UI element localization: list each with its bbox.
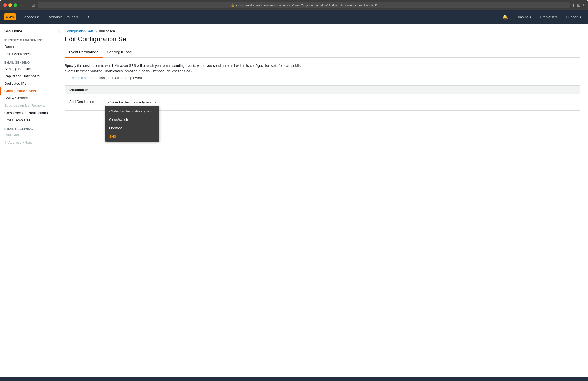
account-menu[interactable]: Rias.be ▾ <box>514 14 534 20</box>
dropdown-option-firehose[interactable]: Firehose <box>105 124 159 132</box>
domains-label: Domains <box>4 45 18 49</box>
dropdown-arrow-icon: ▾ <box>155 100 157 104</box>
option-firehose-text: Firehose <box>109 126 123 130</box>
account-label: Rias.be <box>517 15 528 19</box>
option-placeholder-text: <Select a destination type> <box>109 109 152 113</box>
dropdown-option-cloudwatch[interactable]: CloudWatch <box>105 115 159 124</box>
services-menu[interactable]: Services ▾ <box>20 14 41 20</box>
smtp-settings-label: SMTP Settings <box>4 96 28 100</box>
reload-icon: ↻ <box>374 3 377 7</box>
dropdown-menu: <Select a destination type> CloudWatch F… <box>105 106 159 142</box>
region-chevron-icon: ▾ <box>555 15 557 19</box>
breadcrumb-link[interactable]: Configuration Sets <box>65 29 94 33</box>
services-label: Services <box>22 15 36 19</box>
browser-navigation: ‹ › <box>20 2 28 8</box>
description-text: Specify the destination to which Amazon … <box>65 64 302 73</box>
browser-actions: ⬆ ⊞ + <box>572 3 585 7</box>
sending-statistics-label: Sending Statistics <box>4 67 32 71</box>
account-chevron-icon: ▾ <box>530 15 531 19</box>
destination-body: Add Destination <Select a destination ty… <box>65 94 580 110</box>
breadcrumb-separator: > <box>95 29 98 33</box>
sidebar-item-dedicated-ips[interactable]: Dedicated IPs <box>0 80 57 87</box>
email-receiving-section: Email Receiving <box>0 124 57 131</box>
sidebar-item-sending-statistics[interactable]: Sending Statistics <box>0 65 57 73</box>
sidebar-item-smtp-settings[interactable]: SMTP Settings <box>0 95 57 102</box>
footer: 💬 Feedback 🌐 English (US) © 2008 - 2019,… <box>0 377 588 381</box>
breadcrumb: Configuration Sets > mailcoach <box>65 29 580 33</box>
address-bar[interactable]: 🔒 eu-central-1.console.aws.amazon.com/se… <box>38 2 569 8</box>
learn-more-paragraph: Learn more about publishing email sendin… <box>65 76 580 80</box>
services-chevron-icon: ▾ <box>37 15 39 19</box>
dropdown-trigger[interactable]: <Select a destination type> ▾ <box>105 99 159 106</box>
add-tab-button[interactable]: ⊞ <box>577 3 580 7</box>
browser-chrome: ‹ › ⊞ 🔒 eu-central-1.console.aws.amazon.… <box>0 0 588 10</box>
cross-account-label: Cross-Account Notifications <box>4 111 48 115</box>
sidebar-item-cross-account[interactable]: Cross-Account Notifications <box>0 109 57 116</box>
main-content: ‹ Configuration Sets > mailcoach Edit Co… <box>57 24 588 377</box>
page-description: Specify the destination to which Amazon … <box>65 63 309 74</box>
learn-more-link[interactable]: Learn more <box>65 76 83 80</box>
maximize-button[interactable] <box>14 3 17 7</box>
configuration-sets-label: Configuration Sets <box>4 89 36 93</box>
sidebar-item-email-addresses[interactable]: Email Addresses <box>0 50 57 58</box>
option-sns-text: SNS <box>109 134 116 138</box>
tabs-container: Event Destinations Sending IP pool <box>65 47 580 58</box>
sidebar: SES Home Identity Management Domains Ema… <box>0 24 57 377</box>
dropdown-option-placeholder[interactable]: <Select a destination type> <box>105 107 159 115</box>
email-templates-label: Email Templates <box>4 118 30 122</box>
sidebar-toggle-button[interactable]: ‹ <box>57 29 60 34</box>
aws-navbar: aws Services ▾ Resource Groups ▾ ✦ 🔔 Ria… <box>0 10 588 24</box>
sidebar-item-suppression-list: Suppression List Removal <box>0 102 57 109</box>
back-button[interactable]: ‹ <box>20 2 24 8</box>
window-controls <box>3 3 17 7</box>
aws-logo[interactable]: aws <box>4 13 16 20</box>
tab-event-destinations-label: Event Destinations <box>69 50 98 54</box>
share-button[interactable]: ⬆ <box>572 3 575 7</box>
minimize-button[interactable] <box>8 3 12 7</box>
resource-groups-menu[interactable]: Resource Groups ▾ <box>45 14 80 20</box>
sidebar-item-domains[interactable]: Domains <box>0 43 57 50</box>
destination-header: Destination <box>65 86 580 94</box>
sidebar-item-configuration-sets[interactable]: Configuration Sets <box>0 87 57 95</box>
main-layout: SES Home Identity Management Domains Ema… <box>0 24 588 377</box>
sidebar-item-ses-home[interactable]: SES Home <box>0 27 57 35</box>
support-label: Support <box>566 15 578 19</box>
support-menu[interactable]: Support ▾ <box>564 14 584 20</box>
bookmarks-icon[interactable]: ✦ <box>85 14 93 20</box>
dedicated-ips-label: Dedicated IPs <box>4 81 26 86</box>
email-addresses-label: Email Addresses <box>4 52 31 56</box>
resource-groups-label: Resource Groups <box>48 15 75 19</box>
tab-sending-ip-pool[interactable]: Sending IP pool <box>103 47 136 58</box>
more-button[interactable]: + <box>583 3 585 7</box>
dropdown-option-sns[interactable]: SNS <box>105 132 159 141</box>
add-destination-label: Add Destination <box>69 99 102 104</box>
sidebar-item-rule-sets: Rule Sets <box>0 131 57 139</box>
notifications-icon[interactable]: 🔔 <box>500 14 510 20</box>
region-menu[interactable]: Frankfurt ▾ <box>538 14 559 20</box>
identity-management-section: Identity Management <box>0 35 57 43</box>
sidebar-item-email-templates[interactable]: Email Templates <box>0 116 57 124</box>
close-button[interactable] <box>3 3 7 7</box>
region-label: Frankfurt <box>540 15 554 19</box>
sidebar-item-reputation-dashboard[interactable]: Reputation Dashboard <box>0 73 57 80</box>
sidebar-item-ip-address-filters: IP Address Filters <box>0 139 57 146</box>
destination-type-dropdown[interactable]: <Select a destination type> ▾ <Select a … <box>105 99 159 106</box>
ip-address-filters-label: IP Address Filters <box>4 140 32 144</box>
suppression-list-label: Suppression List Removal <box>4 103 45 108</box>
reputation-dashboard-label: Reputation Dashboard <box>4 74 40 78</box>
rule-sets-label: Rule Sets <box>4 133 20 137</box>
breadcrumb-current: mailcoach <box>99 29 115 33</box>
resource-groups-chevron-icon: ▾ <box>76 15 78 19</box>
url-text: eu-central-1.console.aws.amazon.com/ses/… <box>236 4 373 7</box>
forward-button[interactable]: › <box>25 2 29 8</box>
destination-section: Destination Add Destination <Select a de… <box>65 85 580 111</box>
reader-button[interactable]: ⊞ <box>30 2 36 8</box>
email-sending-section: Email Sending <box>0 58 57 65</box>
tab-sending-ip-pool-label: Sending IP pool <box>107 50 132 54</box>
dropdown-selected-value: <Select a destination type> <box>108 100 151 104</box>
tab-event-destinations[interactable]: Event Destinations <box>65 47 103 58</box>
lock-icon: 🔒 <box>231 3 234 7</box>
option-cloudwatch-text: CloudWatch <box>109 118 128 122</box>
support-chevron-icon: ▾ <box>580 15 581 19</box>
learn-more-suffix: about publishing email sending events. <box>83 76 145 80</box>
